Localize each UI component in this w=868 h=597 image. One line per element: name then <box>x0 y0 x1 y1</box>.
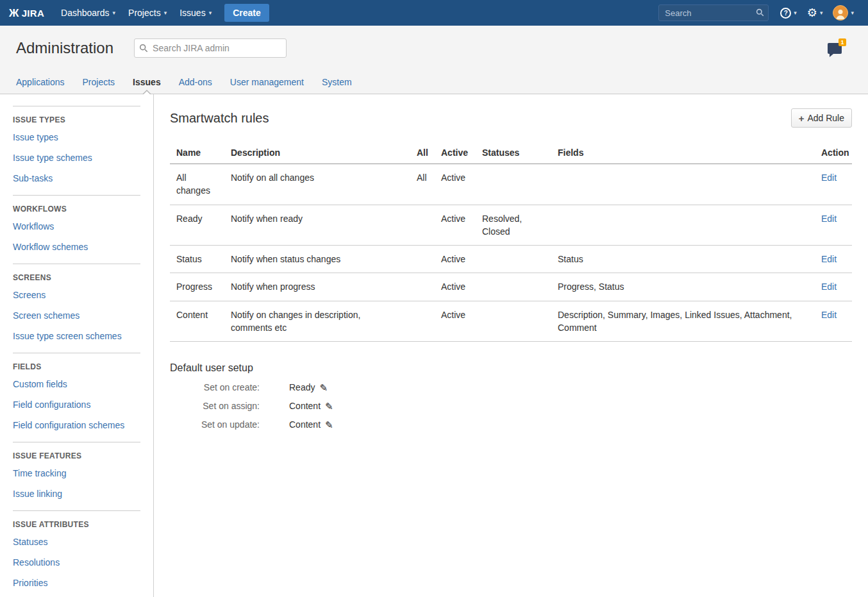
sidebar-item-workflow-schemes[interactable]: Workflow schemes <box>13 237 140 257</box>
sidebar-item-field-configuration-schemes[interactable]: Field configuration schemes <box>13 415 140 435</box>
sidebar-section-title: FIELDS <box>13 362 140 371</box>
cell-name: All changes <box>170 164 224 205</box>
edit-pencil-icon[interactable]: ✎ <box>319 383 328 392</box>
admin-header: Administration 1 <box>0 26 868 71</box>
admin-search-input[interactable] <box>134 38 287 58</box>
sidebar-item-custom-fields[interactable]: Custom fields <box>13 374 140 394</box>
sidebar-item-screens[interactable]: Screens <box>13 285 140 305</box>
nav-item-dashboards[interactable]: Dashboards▾ <box>54 0 122 26</box>
cell-statuses <box>476 246 551 273</box>
notifications-icon[interactable]: 1 <box>828 43 842 54</box>
sidebar-item-issue-type-schemes[interactable]: Issue type schemes <box>13 147 140 168</box>
cell-action: Edit <box>815 205 852 246</box>
sidebar-item-workflows[interactable]: Workflows <box>13 216 140 237</box>
cell-active: Active <box>435 205 476 246</box>
tab-user-management[interactable]: User management <box>230 71 304 94</box>
cell-all: All <box>410 164 435 205</box>
sidebar-item-resolutions[interactable]: Resolutions <box>13 552 140 573</box>
setup-value: Content✎ <box>289 419 333 430</box>
tab-add-ons[interactable]: Add-ons <box>179 71 212 94</box>
column-header-description: Description <box>224 142 410 164</box>
help-menu[interactable]: ? ▾ <box>775 0 802 26</box>
cell-description: Notify when status changes <box>224 246 410 273</box>
settings-menu[interactable]: ⚙ ▾ <box>802 0 828 26</box>
sidebar-item-issue-type-screen-schemes[interactable]: Issue type screen schemes <box>13 326 140 346</box>
edit-link[interactable]: Edit <box>821 254 837 264</box>
jira-logo-icon: Ж <box>9 8 19 19</box>
tab-system[interactable]: System <box>322 71 352 94</box>
sidebar-section-issue-attributes: ISSUE ATTRIBUTESStatusesResolutionsPrior… <box>13 510 140 597</box>
nav-item-projects[interactable]: Projects▾ <box>122 0 173 26</box>
content-area: ISSUE TYPESIssue typesIssue type schemes… <box>0 94 868 597</box>
sidebar-section-title: ISSUE FEATURES <box>13 451 140 460</box>
edit-link[interactable]: Edit <box>821 282 837 292</box>
column-header-all: All <box>410 142 435 164</box>
edit-link[interactable]: Edit <box>821 172 837 183</box>
nav-item-issues[interactable]: Issues▾ <box>173 0 218 26</box>
setup-row: Set on create:Ready✎ <box>170 382 852 392</box>
page-title: Administration <box>16 39 113 57</box>
cell-fields: Description, Summary, Images, Linked Iss… <box>551 301 815 342</box>
gear-icon: ⚙ <box>807 7 817 19</box>
table-row: StatusNotify when status changesActiveSt… <box>170 246 852 273</box>
setup-value-text: Content <box>289 419 321 430</box>
setup-label: Set on assign: <box>170 401 260 411</box>
sidebar-item-field-configurations[interactable]: Field configurations <box>13 394 140 415</box>
sidebar-item-statuses[interactable]: Statuses <box>13 532 140 552</box>
column-header-statuses: Statuses <box>476 142 551 164</box>
cell-description: Notify on changes in description, commen… <box>224 301 410 342</box>
global-search-input[interactable] <box>658 4 769 21</box>
nav-item-label: Issues <box>179 8 205 18</box>
nav-item-label: Projects <box>128 8 161 18</box>
sidebar-section-title: ISSUE ATTRIBUTES <box>13 520 140 529</box>
cell-name: Ready <box>170 205 224 246</box>
cell-active: Active <box>435 301 476 342</box>
cell-all <box>410 273 435 301</box>
tab-issues[interactable]: Issues <box>133 71 161 94</box>
column-header-active: Active <box>435 142 476 164</box>
cell-fields <box>551 205 815 246</box>
sidebar-item-issue-types[interactable]: Issue types <box>13 127 140 147</box>
edit-link[interactable]: Edit <box>821 214 837 224</box>
cell-fields: Status <box>551 246 815 273</box>
jira-logo[interactable]: Ж JIRA <box>9 8 44 19</box>
search-icon <box>139 44 148 53</box>
tab-applications[interactable]: Applications <box>16 71 65 94</box>
sidebar-item-sub-tasks[interactable]: Sub-tasks <box>13 168 140 189</box>
tab-projects[interactable]: Projects <box>83 71 115 94</box>
table-row: ContentNotify on changes in description,… <box>170 301 852 342</box>
chevron-down-icon: ▾ <box>820 10 823 16</box>
edit-pencil-icon[interactable]: ✎ <box>325 420 333 430</box>
setup-rows: Set on create:Ready✎Set on assign:Conten… <box>170 382 852 430</box>
setup-row: Set on assign:Content✎ <box>170 401 852 411</box>
setup-value: Content✎ <box>289 401 333 411</box>
sidebar-item-smartwatch[interactable]: Smartwatch <box>13 593 140 597</box>
create-button[interactable]: Create <box>224 4 269 22</box>
sidebar-section-screens: SCREENSScreensScreen schemesIssue type s… <box>13 264 140 353</box>
sidebar-item-screen-schemes[interactable]: Screen schemes <box>13 305 140 326</box>
cell-action: Edit <box>815 246 852 273</box>
cell-active: Active <box>435 273 476 301</box>
setup-row: Set on update:Content✎ <box>170 419 852 430</box>
user-menu[interactable]: ▾ <box>828 0 859 26</box>
edit-pencil-icon[interactable]: ✎ <box>325 401 333 411</box>
cell-name: Progress <box>170 273 224 301</box>
top-navbar: Ж JIRA Dashboards▾Projects▾Issues▾ Creat… <box>0 0 868 26</box>
sidebar-section-title: ISSUE TYPES <box>13 115 140 124</box>
add-rule-button[interactable]: + Add Rule <box>791 108 852 128</box>
avatar <box>833 5 848 21</box>
sidebar-item-issue-linking[interactable]: Issue linking <box>13 483 140 504</box>
sidebar-section-workflows: WORKFLOWSWorkflowsWorkflow schemes <box>13 195 140 264</box>
chevron-down-icon: ▾ <box>851 10 854 16</box>
sidebar-item-priorities[interactable]: Priorities <box>13 573 140 593</box>
setup-value-text: Content <box>289 401 321 411</box>
cell-fields: Progress, Status <box>551 273 815 301</box>
table-row: ReadyNotify when readyActiveResolved, Cl… <box>170 205 852 246</box>
cell-statuses: Resolved, Closed <box>476 205 551 246</box>
setup-value: Ready✎ <box>289 382 328 392</box>
edit-link[interactable]: Edit <box>821 310 837 320</box>
rules-table: NameDescriptionAllActiveStatusesFieldsAc… <box>170 142 852 342</box>
sidebar-item-time-tracking[interactable]: Time tracking <box>13 463 140 483</box>
nav-item-label: Dashboards <box>61 8 110 18</box>
user-icon <box>834 7 847 20</box>
